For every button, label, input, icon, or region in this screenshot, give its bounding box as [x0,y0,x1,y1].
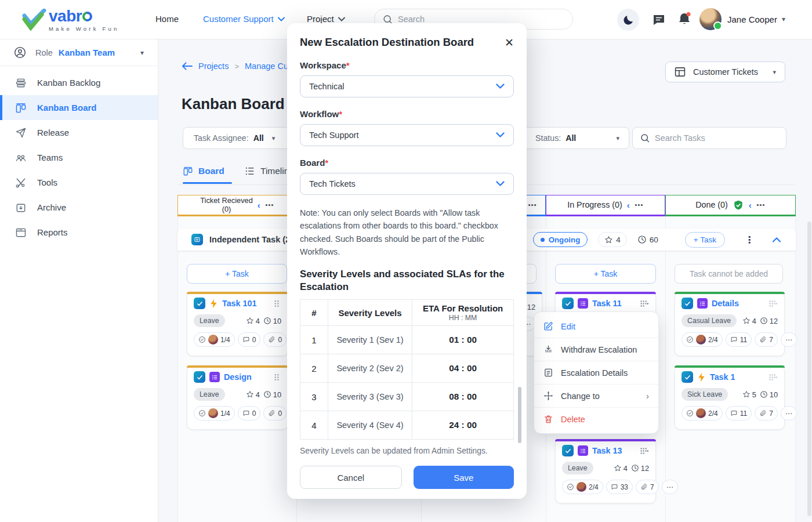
add-task-button-ticket-received[interactable]: + Task [187,264,287,284]
task-card-design[interactable]: Design Leave 4 10 1/4 0 0 ⋯ [187,365,288,430]
workflow-select[interactable]: Tech Support [300,124,514,146]
task-card-task-101[interactable]: Task 101 Leave 4 10 1/4 0 0 ⋯ [187,292,288,356]
column-more-icon[interactable]: ⋯ [756,200,766,211]
logo-check-icon [22,9,46,31]
sla-row-num: 1 [300,326,328,354]
drag-handle-icon[interactable] [274,300,281,307]
menu-item-escalation-details[interactable]: Escalation Details [534,361,658,384]
status-filter[interactable]: Status: All ▾ [526,133,629,143]
assignees-chip[interactable]: 1/4 [194,406,235,420]
column-more-icon[interactable]: ⋯ [528,200,537,211]
sidebar-item-teams[interactable]: Teams [0,145,158,170]
cancel-button[interactable]: Cancel [300,466,402,489]
add-task-button-in-progress[interactable]: + Task [555,264,656,284]
workspace-select[interactable]: Technical [300,75,514,97]
attachments-chip[interactable]: 0 [263,406,287,420]
assignees-chip[interactable]: 2/4 [562,480,603,494]
comments-chip[interactable]: 0 [238,406,261,420]
sidebar-item-kanban-backlog[interactable]: Kanban Backlog [0,70,158,95]
task-title[interactable]: Task 13 [592,446,636,455]
workflow-add-task-button[interactable]: + Task [685,232,725,248]
user-avatar[interactable] [699,8,722,30]
column-header-done[interactable]: Done (0) ‹ ⋯ [665,195,796,216]
collapse-column-icon[interactable]: ‹ [258,200,260,210]
card-more-icon[interactable]: ⋯ [781,406,797,420]
task-title[interactable]: Design [224,372,270,382]
board-select[interactable]: Tech Tickets [300,173,514,195]
messages-button[interactable] [652,13,666,27]
menu-item-change-to[interactable]: Change to › [534,385,658,407]
back-arrow-icon[interactable] [182,61,193,71]
column-header-ticket-received[interactable]: Ticket Recieved (0) ‹ ⋯ [177,195,297,216]
sidebar-item-archive[interactable]: Archive [0,195,158,220]
column-header-in-progress[interactable]: In Progress (0) ‹ ⋯ [546,195,665,216]
menu-item-delete[interactable]: Delete [534,408,658,430]
column-more-icon[interactable]: ⋯ [265,200,274,211]
drag-handle-icon[interactable] [640,300,649,307]
close-icon[interactable]: ✕ [505,36,514,49]
breadcrumb-manage[interactable]: Manage Cu [245,61,288,71]
task-card-details[interactable]: Details Casual Leave 4 12 2/4 11 7 ⋯ [675,292,785,356]
sla-row-level: Severity 2 (Sev 2) [328,354,412,383]
menu-item-edit[interactable]: Edit [534,315,658,338]
drag-handle-icon[interactable] [768,300,778,307]
assignees-chip[interactable]: 2/4 [682,406,723,420]
drag-handle-icon[interactable] [768,374,778,381]
assignees-chip[interactable]: 2/4 [682,332,723,347]
save-button[interactable]: Save [414,466,514,489]
sidebar-item-kanban-board[interactable]: Kanban Board [0,95,158,120]
page-scrollbar-thumb[interactable] [807,222,811,516]
sidebar-item-release[interactable]: Release [0,120,158,145]
task-check-icon [194,298,205,309]
comments-chip[interactable]: 11 [726,332,752,347]
task-title[interactable]: Details [712,299,764,308]
attachments-chip[interactable]: 0 [263,332,287,347]
collapse-column-icon[interactable]: ‹ [627,200,630,210]
assignees-chip[interactable]: 1/4 [194,332,235,347]
sidebar-item-reports[interactable]: Reports [0,220,158,245]
breadcrumb-projects[interactable]: Projects [198,61,229,71]
sidebar-item-tools[interactable]: Tools [0,170,158,195]
dark-mode-toggle[interactable] [617,9,639,31]
comments-chip[interactable]: 11 [726,406,752,420]
status-badge-ongoing[interactable]: Ongoing [533,232,588,247]
collapse-workflow-icon[interactable] [773,237,781,242]
attachments-chip[interactable]: 7 [755,406,778,420]
members-count: 2/4 [708,336,718,344]
drag-handle-icon[interactable] [640,447,649,455]
column-more-icon[interactable]: ⋯ [635,200,644,211]
comments-chip[interactable]: 0 [238,332,261,347]
attachments-chip[interactable]: 7 [755,332,778,347]
task-card-task-1[interactable]: Task 1 Sick Leave 5 10 2/4 11 7 ⋯ [675,365,785,430]
task-card-task-13[interactable]: Task 13 Leave 4 12 2/4 33 7 ⋯ [555,439,656,503]
app-logo[interactable]: vabr Make Work Fun [22,7,119,32]
workflow-time-chip: 60 [637,235,658,244]
nav-item-customer-support[interactable]: Customer Support [203,14,285,24]
comments-count: 33 [621,483,628,491]
user-menu-caret-icon[interactable]: ▾ [782,15,785,23]
required-asterisk: * [339,109,342,119]
user-name[interactable]: Jane Cooper [727,14,777,24]
members-count: 2/4 [708,409,718,418]
task-title[interactable]: Task 1 [710,372,764,382]
task-title[interactable]: Task 11 [592,299,636,308]
search-icon [640,133,650,143]
attachments-chip[interactable]: 7 [636,480,659,494]
tab-board[interactable]: Board [183,166,224,176]
notifications-button[interactable] [677,12,691,27]
card-more-icon[interactable]: ⋯ [781,332,797,347]
card-more-icon[interactable]: ⋯ [662,480,678,494]
role-selector[interactable]: Role Kanban Team ▾ [0,39,158,66]
comments-chip[interactable]: 33 [606,480,633,494]
drag-handle-icon[interactable] [274,374,281,381]
modal-scrollbar-thumb[interactable] [518,387,521,443]
nav-item-home[interactable]: Home [155,14,179,24]
workflow-more-icon[interactable]: ⋮ [745,234,754,245]
search-tasks-input[interactable]: Search Tasks [632,127,786,149]
collapse-column-icon[interactable]: ‹ [749,200,752,210]
task-title[interactable]: Task 101 [222,299,270,308]
menu-item-withdraw-escalation[interactable]: Withdraw Escalation [534,338,658,361]
board-switcher[interactable]: Customer Tickets ▾ [665,61,785,82]
assignee-caret-icon: ▾ [272,135,276,142]
nav-item-project[interactable]: Project [307,14,345,24]
